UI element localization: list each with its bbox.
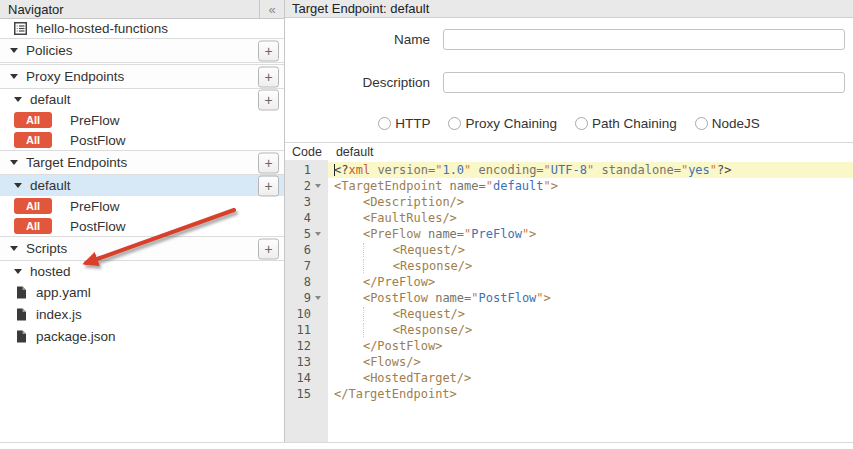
proxy-postflow-item[interactable]: All PostFlow <box>0 130 284 150</box>
code-line-text[interactable]: <PreFlow name="PreFlow"> <box>328 226 853 242</box>
file-item-app-yaml[interactable]: app.yaml <box>0 281 284 303</box>
code-line-3[interactable]: 3 <Description/> <box>285 194 853 210</box>
code-line-text[interactable]: <PostFlow name="PostFlow"> <box>328 290 853 306</box>
radio-path-chaining-circle[interactable] <box>575 117 588 130</box>
code-line-7[interactable]: 7 <Response/> <box>285 258 853 274</box>
expander-icon[interactable] <box>14 183 22 188</box>
code-line-text[interactable]: <FaultRules/> <box>328 210 853 226</box>
target-endpoint-panel: Target Endpoint: default Name Descriptio… <box>285 0 853 442</box>
radio-path-chaining[interactable]: Path Chaining <box>575 116 677 131</box>
add-target-endpoint-button[interactable]: + <box>258 152 279 173</box>
expander-icon[interactable] <box>10 48 18 53</box>
code-line-4[interactable]: 4 <FaultRules/> <box>285 210 853 226</box>
target-endpoint-default-selected[interactable]: default + <box>0 175 284 196</box>
bundle-list-icon <box>14 22 27 35</box>
sidebar-collapse-button[interactable]: « <box>259 0 284 18</box>
expander-icon[interactable] <box>14 97 22 102</box>
code-line-text[interactable]: <Response/> <box>328 322 853 338</box>
code-line-10[interactable]: 10 <Request/> <box>285 306 853 322</box>
code-line-15[interactable]: 15</TargetEndpoint> <box>285 386 853 402</box>
radio-nodejs[interactable]: NodeJS <box>695 116 760 131</box>
bottom-divider <box>0 442 853 443</box>
section-scripts[interactable]: Scripts + <box>0 236 284 261</box>
expander-icon[interactable] <box>10 246 18 251</box>
code-line-text[interactable]: <Request/> <box>328 242 853 258</box>
scripts-hosted-folder[interactable]: hosted <box>0 261 284 281</box>
section-scripts-label: Scripts <box>26 241 67 256</box>
radio-http[interactable]: HTTP <box>378 116 430 131</box>
code-line-text[interactable]: <HostedTarget/> <box>328 370 853 386</box>
code-fold-icon[interactable] <box>315 232 321 236</box>
file-item-index-js[interactable]: index.js <box>0 303 284 325</box>
hosted-folder-label: hosted <box>30 264 71 279</box>
proxy-endpoint-default[interactable]: default + <box>0 89 284 110</box>
add-target-flow-button[interactable]: + <box>258 175 279 196</box>
gutter-line-number: 12 <box>285 338 328 354</box>
code-line-13[interactable]: 13 <Flows/> <box>285 354 853 370</box>
code-editor[interactable]: 1<?xml version="1.0" encoding="UTF-8" st… <box>285 160 853 442</box>
radio-http-circle[interactable] <box>378 117 391 130</box>
code-line-11[interactable]: 11 <Response/> <box>285 322 853 338</box>
code-line-text[interactable]: <?xml version="1.0" encoding="UTF-8" sta… <box>328 162 853 178</box>
navigator-sidebar: Navigator « hello-hosted-functions Polic… <box>0 0 285 442</box>
section-target-endpoints-label: Target Endpoints <box>26 155 127 170</box>
target-postflow-item[interactable]: All PostFlow <box>0 216 284 236</box>
file-icon <box>16 286 27 299</box>
bundle-label: hello-hosted-functions <box>36 21 168 36</box>
section-policies[interactable]: Policies + <box>0 38 284 63</box>
radio-nodejs-label: NodeJS <box>712 116 760 131</box>
file-item-package-json[interactable]: package.json <box>0 325 284 347</box>
code-line-6[interactable]: 6 <Request/> <box>285 242 853 258</box>
section-target-endpoints[interactable]: Target Endpoints + <box>0 150 284 175</box>
add-script-button[interactable]: + <box>258 238 279 259</box>
target-preflow-item[interactable]: All PreFlow <box>0 196 284 216</box>
code-line-text[interactable]: </PostFlow> <box>328 338 853 354</box>
gutter-line-number: 13 <box>285 354 328 370</box>
gutter-line-number: 7 <box>285 258 328 274</box>
expander-icon[interactable] <box>10 74 18 79</box>
code-line-text[interactable]: </PreFlow> <box>328 274 853 290</box>
section-proxy-endpoints[interactable]: Proxy Endpoints + <box>0 64 284 89</box>
name-input[interactable] <box>443 29 845 50</box>
code-line-text[interactable]: </TargetEndpoint> <box>328 386 853 402</box>
code-line-text[interactable]: <Description/> <box>328 194 853 210</box>
code-tab-filename[interactable]: default <box>336 145 374 159</box>
code-line-12[interactable]: 12 </PostFlow> <box>285 338 853 354</box>
radio-proxy-chaining[interactable]: Proxy Chaining <box>448 116 557 131</box>
target-preflow-label: PreFlow <box>70 199 120 214</box>
code-line-8[interactable]: 8 </PreFlow> <box>285 274 853 290</box>
code-line-text[interactable]: <TargetEndpoint name="default"> <box>328 178 853 194</box>
panel-title: Target Endpoint: default <box>292 1 429 16</box>
radio-proxy-chaining-circle[interactable] <box>448 117 461 130</box>
add-proxy-flow-button[interactable]: + <box>258 89 279 110</box>
gutter-line-number: 4 <box>285 210 328 226</box>
target-type-radio-group: HTTP Proxy Chaining Path Chaining NodeJS <box>285 116 853 131</box>
gutter-line-number: 9 <box>285 290 328 306</box>
section-policies-label: Policies <box>26 43 73 58</box>
code-fold-icon[interactable] <box>315 296 321 300</box>
target-endpoint-default-label: default <box>30 178 71 193</box>
code-line-text[interactable]: <Flows/> <box>328 354 853 370</box>
expander-icon[interactable] <box>14 269 22 274</box>
proxy-preflow-item[interactable]: All PreFlow <box>0 110 284 130</box>
code-line-9[interactable]: 9 <PostFlow name="PostFlow"> <box>285 290 853 306</box>
radio-nodejs-circle[interactable] <box>695 117 708 130</box>
add-policy-button[interactable]: + <box>258 40 279 61</box>
code-line-text[interactable]: <Request/> <box>328 306 853 322</box>
code-line-14[interactable]: 14 <HostedTarget/> <box>285 370 853 386</box>
bundle-item[interactable]: hello-hosted-functions <box>0 19 284 38</box>
gutter-line-number: 10 <box>285 306 328 322</box>
add-proxy-endpoint-button[interactable]: + <box>258 66 279 87</box>
code-line-5[interactable]: 5 <PreFlow name="PreFlow"> <box>285 226 853 242</box>
file-icon <box>16 308 27 321</box>
code-line-2[interactable]: 2<TargetEndpoint name="default"> <box>285 178 853 194</box>
description-input[interactable] <box>443 72 845 93</box>
gutter-line-number: 8 <box>285 274 328 290</box>
expander-icon[interactable] <box>10 160 18 165</box>
section-proxy-endpoints-label: Proxy Endpoints <box>26 69 124 84</box>
name-form-row: Name <box>285 29 853 50</box>
code-fold-icon[interactable] <box>315 184 321 188</box>
file-label: app.yaml <box>36 285 91 300</box>
code-line-1[interactable]: 1<?xml version="1.0" encoding="UTF-8" st… <box>285 162 853 178</box>
code-line-text[interactable]: <Response/> <box>328 258 853 274</box>
